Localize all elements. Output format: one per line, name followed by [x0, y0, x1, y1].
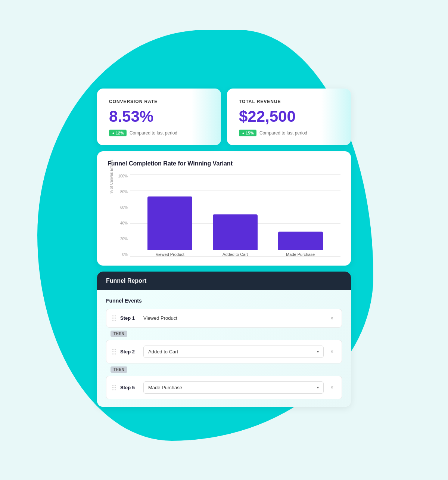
bar-label: Made Purchase [286, 252, 315, 257]
chevron-down-icon: ▾ [317, 350, 319, 354]
step-row: Step 2Added to Cart▾× [106, 340, 342, 363]
y-label: 40% [116, 222, 128, 225]
chart-full-wrapper: % of Canvas Entries 0%20%40%60%80%100% V… [108, 174, 340, 257]
step-label-2: Step 5 [120, 385, 139, 390]
funnel-events-label: Funnel Events [106, 298, 342, 304]
total-revenue-compare: Compared to last period [259, 130, 307, 136]
chart-plot: Viewed ProductAdded to CartMade Purchase [130, 174, 340, 257]
then-badge: THEN [111, 366, 127, 373]
conversion-rate-compare: Compared to last period [130, 130, 177, 136]
total-revenue-value: $22,500 [239, 109, 339, 124]
close-step-2-button[interactable]: × [328, 384, 336, 391]
bar-2 [278, 232, 323, 250]
close-step-0-button[interactable]: × [328, 315, 336, 322]
y-label: 100% [116, 174, 128, 178]
y-axis-title-wrapper: % of Canvas Entries [108, 174, 115, 179]
bar-1 [213, 214, 258, 250]
funnel-report-header: Funnel Report [97, 272, 351, 290]
step-dropdown-1[interactable]: Added to Cart▾ [143, 346, 324, 358]
funnel-report-body: Funnel Events Step 1Viewed Product×THENS… [97, 290, 351, 407]
drag-handle[interactable] [112, 315, 116, 321]
step-dropdown-2[interactable]: Made Purchase▾ [143, 381, 324, 394]
bar-label: Viewed Product [156, 252, 184, 257]
chart-title: Funnel Completion Rate for Winning Varia… [108, 160, 340, 167]
funnel-steps: Step 1Viewed Product×THENStep 2Added to … [106, 309, 342, 399]
step-row: Step 1Viewed Product× [106, 309, 342, 328]
drag-handle[interactable] [112, 349, 116, 354]
step-label-1: Step 2 [120, 349, 139, 354]
close-step-1-button[interactable]: × [328, 348, 336, 355]
conversion-rate-card: CONVERSION RATE 8.53% 12% Compared to la… [97, 89, 221, 145]
conversion-rate-badge: 12% [109, 130, 127, 136]
bar-0 [147, 196, 192, 250]
step-value-0: Viewed Product [143, 315, 324, 321]
then-badge: THEN [111, 331, 127, 337]
main-container: CONVERSION RATE 8.53% 12% Compared to la… [97, 89, 351, 407]
total-revenue-label: TOTAL REVENUE [239, 99, 339, 104]
y-label: 0% [116, 253, 128, 257]
chevron-down-icon: ▾ [317, 385, 319, 390]
conversion-rate-label: CONVERSION RATE [109, 99, 209, 104]
conversion-rate-value: 8.53% [109, 109, 209, 124]
bar-label: Added to Cart [223, 252, 248, 257]
total-revenue-footer: 15% Compared to last period [239, 130, 339, 136]
funnel-chart-card: Funnel Completion Rate for Winning Varia… [97, 151, 351, 266]
funnel-report-card: Funnel Report Funnel Events Step 1Viewed… [97, 272, 351, 407]
y-axis-title: % of Canvas Entries [109, 160, 113, 193]
y-label: 60% [116, 206, 128, 210]
y-axis-labels: 0%20%40%60%80%100% [116, 174, 130, 257]
y-label: 20% [116, 237, 128, 241]
y-label: 80% [116, 190, 128, 194]
conversion-rate-footer: 12% Compared to last period [109, 130, 209, 136]
step-label-0: Step 1 [120, 315, 139, 321]
bars-container: Viewed ProductAdded to CartMade Purchase [130, 174, 340, 257]
step-row: Step 5Made Purchase▾× [106, 376, 342, 399]
metrics-row: CONVERSION RATE 8.53% 12% Compared to la… [97, 89, 351, 145]
total-revenue-badge: 15% [239, 130, 256, 136]
drag-handle[interactable] [112, 385, 116, 390]
total-revenue-card: TOTAL REVENUE $22,500 15% Compared to la… [227, 89, 351, 145]
funnel-report-title: Funnel Report [106, 278, 342, 284]
